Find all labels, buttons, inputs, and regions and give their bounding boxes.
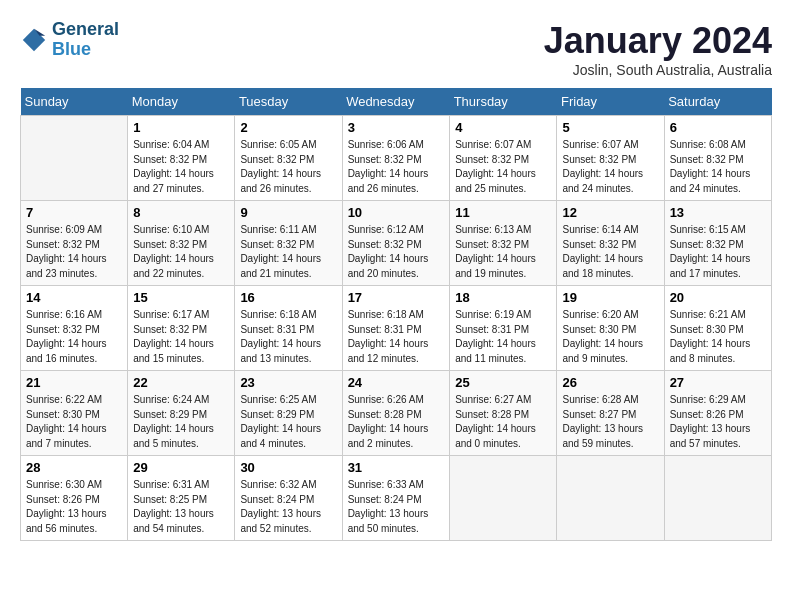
- day-number: 7: [26, 205, 122, 220]
- calendar-cell: 6Sunrise: 6:08 AM Sunset: 8:32 PM Daylig…: [664, 116, 771, 201]
- day-info: Sunrise: 6:18 AM Sunset: 8:31 PM Dayligh…: [348, 308, 445, 366]
- calendar-table: SundayMondayTuesdayWednesdayThursdayFrid…: [20, 88, 772, 541]
- title-block: January 2024 Joslin, South Australia, Au…: [544, 20, 772, 78]
- day-number: 20: [670, 290, 766, 305]
- day-number: 25: [455, 375, 551, 390]
- day-info: Sunrise: 6:10 AM Sunset: 8:32 PM Dayligh…: [133, 223, 229, 281]
- calendar-cell: 18Sunrise: 6:19 AM Sunset: 8:31 PM Dayli…: [450, 286, 557, 371]
- day-info: Sunrise: 6:25 AM Sunset: 8:29 PM Dayligh…: [240, 393, 336, 451]
- day-number: 14: [26, 290, 122, 305]
- calendar-cell: [664, 456, 771, 541]
- day-info: Sunrise: 6:28 AM Sunset: 8:27 PM Dayligh…: [562, 393, 658, 451]
- day-info: Sunrise: 6:07 AM Sunset: 8:32 PM Dayligh…: [562, 138, 658, 196]
- day-info: Sunrise: 6:24 AM Sunset: 8:29 PM Dayligh…: [133, 393, 229, 451]
- svg-marker-0: [23, 29, 45, 51]
- day-number: 16: [240, 290, 336, 305]
- logo-general: General: [52, 19, 119, 39]
- calendar-cell: 22Sunrise: 6:24 AM Sunset: 8:29 PM Dayli…: [128, 371, 235, 456]
- calendar-cell: 7Sunrise: 6:09 AM Sunset: 8:32 PM Daylig…: [21, 201, 128, 286]
- day-number: 28: [26, 460, 122, 475]
- calendar-cell: 24Sunrise: 6:26 AM Sunset: 8:28 PM Dayli…: [342, 371, 450, 456]
- day-info: Sunrise: 6:30 AM Sunset: 8:26 PM Dayligh…: [26, 478, 122, 536]
- day-number: 27: [670, 375, 766, 390]
- calendar-cell: 27Sunrise: 6:29 AM Sunset: 8:26 PM Dayli…: [664, 371, 771, 456]
- day-number: 5: [562, 120, 658, 135]
- day-number: 22: [133, 375, 229, 390]
- calendar-cell: 8Sunrise: 6:10 AM Sunset: 8:32 PM Daylig…: [128, 201, 235, 286]
- day-info: Sunrise: 6:21 AM Sunset: 8:30 PM Dayligh…: [670, 308, 766, 366]
- month-title: January 2024: [544, 20, 772, 62]
- day-number: 4: [455, 120, 551, 135]
- calendar-cell: 21Sunrise: 6:22 AM Sunset: 8:30 PM Dayli…: [21, 371, 128, 456]
- weekday-header: Monday: [128, 88, 235, 116]
- calendar-cell: 25Sunrise: 6:27 AM Sunset: 8:28 PM Dayli…: [450, 371, 557, 456]
- logo-text: General Blue: [52, 20, 119, 60]
- weekday-header: Thursday: [450, 88, 557, 116]
- day-info: Sunrise: 6:29 AM Sunset: 8:26 PM Dayligh…: [670, 393, 766, 451]
- day-info: Sunrise: 6:16 AM Sunset: 8:32 PM Dayligh…: [26, 308, 122, 366]
- page-header: General Blue January 2024 Joslin, South …: [20, 20, 772, 78]
- calendar-cell: 10Sunrise: 6:12 AM Sunset: 8:32 PM Dayli…: [342, 201, 450, 286]
- calendar-cell: 14Sunrise: 6:16 AM Sunset: 8:32 PM Dayli…: [21, 286, 128, 371]
- day-info: Sunrise: 6:04 AM Sunset: 8:32 PM Dayligh…: [133, 138, 229, 196]
- day-number: 24: [348, 375, 445, 390]
- day-info: Sunrise: 6:09 AM Sunset: 8:32 PM Dayligh…: [26, 223, 122, 281]
- day-info: Sunrise: 6:11 AM Sunset: 8:32 PM Dayligh…: [240, 223, 336, 281]
- day-info: Sunrise: 6:13 AM Sunset: 8:32 PM Dayligh…: [455, 223, 551, 281]
- calendar-cell: 3Sunrise: 6:06 AM Sunset: 8:32 PM Daylig…: [342, 116, 450, 201]
- day-number: 30: [240, 460, 336, 475]
- day-info: Sunrise: 6:08 AM Sunset: 8:32 PM Dayligh…: [670, 138, 766, 196]
- weekday-header: Tuesday: [235, 88, 342, 116]
- calendar-week-row: 28Sunrise: 6:30 AM Sunset: 8:26 PM Dayli…: [21, 456, 772, 541]
- day-number: 15: [133, 290, 229, 305]
- day-info: Sunrise: 6:07 AM Sunset: 8:32 PM Dayligh…: [455, 138, 551, 196]
- day-number: 31: [348, 460, 445, 475]
- calendar-cell: [450, 456, 557, 541]
- day-info: Sunrise: 6:14 AM Sunset: 8:32 PM Dayligh…: [562, 223, 658, 281]
- day-info: Sunrise: 6:31 AM Sunset: 8:25 PM Dayligh…: [133, 478, 229, 536]
- calendar-cell: 16Sunrise: 6:18 AM Sunset: 8:31 PM Dayli…: [235, 286, 342, 371]
- logo-icon: [20, 26, 48, 54]
- weekday-header: Wednesday: [342, 88, 450, 116]
- day-info: Sunrise: 6:06 AM Sunset: 8:32 PM Dayligh…: [348, 138, 445, 196]
- calendar-header: SundayMondayTuesdayWednesdayThursdayFrid…: [21, 88, 772, 116]
- calendar-cell: 15Sunrise: 6:17 AM Sunset: 8:32 PM Dayli…: [128, 286, 235, 371]
- calendar-week-row: 7Sunrise: 6:09 AM Sunset: 8:32 PM Daylig…: [21, 201, 772, 286]
- day-number: 9: [240, 205, 336, 220]
- calendar-week-row: 21Sunrise: 6:22 AM Sunset: 8:30 PM Dayli…: [21, 371, 772, 456]
- day-number: 6: [670, 120, 766, 135]
- calendar-cell: 20Sunrise: 6:21 AM Sunset: 8:30 PM Dayli…: [664, 286, 771, 371]
- calendar-week-row: 1Sunrise: 6:04 AM Sunset: 8:32 PM Daylig…: [21, 116, 772, 201]
- day-number: 26: [562, 375, 658, 390]
- day-number: 29: [133, 460, 229, 475]
- day-info: Sunrise: 6:22 AM Sunset: 8:30 PM Dayligh…: [26, 393, 122, 451]
- day-info: Sunrise: 6:18 AM Sunset: 8:31 PM Dayligh…: [240, 308, 336, 366]
- calendar-cell: 30Sunrise: 6:32 AM Sunset: 8:24 PM Dayli…: [235, 456, 342, 541]
- calendar-cell: 13Sunrise: 6:15 AM Sunset: 8:32 PM Dayli…: [664, 201, 771, 286]
- day-number: 12: [562, 205, 658, 220]
- day-info: Sunrise: 6:19 AM Sunset: 8:31 PM Dayligh…: [455, 308, 551, 366]
- day-info: Sunrise: 6:05 AM Sunset: 8:32 PM Dayligh…: [240, 138, 336, 196]
- calendar-cell: 11Sunrise: 6:13 AM Sunset: 8:32 PM Dayli…: [450, 201, 557, 286]
- logo: General Blue: [20, 20, 119, 60]
- day-number: 19: [562, 290, 658, 305]
- day-number: 17: [348, 290, 445, 305]
- calendar-cell: 28Sunrise: 6:30 AM Sunset: 8:26 PM Dayli…: [21, 456, 128, 541]
- weekday-header: Saturday: [664, 88, 771, 116]
- weekday-header: Sunday: [21, 88, 128, 116]
- location-subtitle: Joslin, South Australia, Australia: [544, 62, 772, 78]
- day-number: 10: [348, 205, 445, 220]
- calendar-cell: 23Sunrise: 6:25 AM Sunset: 8:29 PM Dayli…: [235, 371, 342, 456]
- calendar-week-row: 14Sunrise: 6:16 AM Sunset: 8:32 PM Dayli…: [21, 286, 772, 371]
- day-info: Sunrise: 6:26 AM Sunset: 8:28 PM Dayligh…: [348, 393, 445, 451]
- day-info: Sunrise: 6:27 AM Sunset: 8:28 PM Dayligh…: [455, 393, 551, 451]
- day-number: 3: [348, 120, 445, 135]
- weekday-header: Friday: [557, 88, 664, 116]
- calendar-cell: 12Sunrise: 6:14 AM Sunset: 8:32 PM Dayli…: [557, 201, 664, 286]
- day-number: 1: [133, 120, 229, 135]
- calendar-cell: 19Sunrise: 6:20 AM Sunset: 8:30 PM Dayli…: [557, 286, 664, 371]
- day-info: Sunrise: 6:15 AM Sunset: 8:32 PM Dayligh…: [670, 223, 766, 281]
- day-number: 21: [26, 375, 122, 390]
- day-info: Sunrise: 6:20 AM Sunset: 8:30 PM Dayligh…: [562, 308, 658, 366]
- day-number: 2: [240, 120, 336, 135]
